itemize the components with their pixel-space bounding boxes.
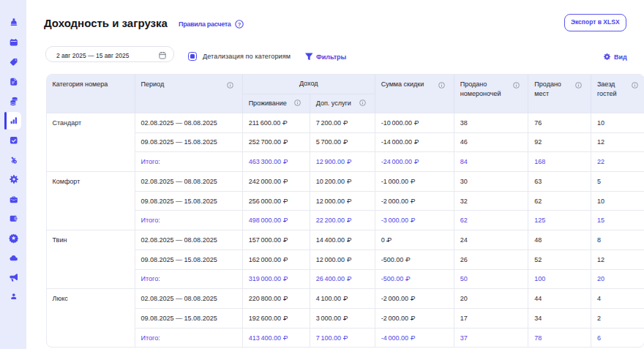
svg-text:?: ?: [237, 21, 241, 28]
